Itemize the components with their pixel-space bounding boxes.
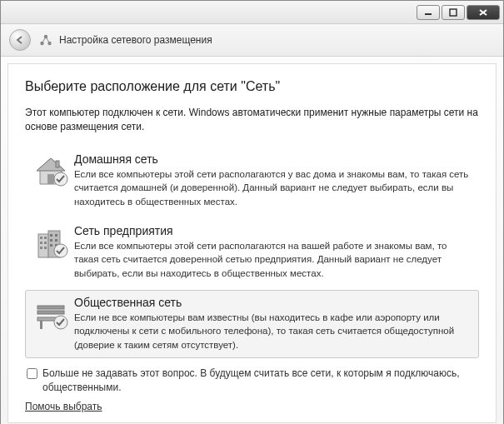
back-arrow-icon xyxy=(14,34,26,46)
option-public-title: Общественная сеть xyxy=(74,296,473,309)
option-work-body: Сеть предприятия Если все компьютеры это… xyxy=(71,224,473,281)
header-title: Настройка сетевого размещения xyxy=(59,34,212,46)
intro-text: Этот компьютер подключен к сети. Windows… xyxy=(25,106,479,135)
svg-rect-11 xyxy=(47,174,54,184)
network-icon xyxy=(39,33,52,47)
svg-rect-26 xyxy=(50,244,52,247)
content-area: Выберите расположение для сети "Сеть" Эт… xyxy=(7,63,497,423)
svg-rect-21 xyxy=(44,247,47,249)
option-public-desc: Если не все компьютеры вам известны (вы … xyxy=(74,311,473,352)
page-title: Выберите расположение для сети "Сеть" xyxy=(25,79,479,94)
svg-rect-23 xyxy=(55,234,57,237)
option-home-desc: Если все компьютеры этой сети располагаю… xyxy=(74,167,473,209)
building-icon xyxy=(31,224,71,281)
minimize-button[interactable] xyxy=(417,5,440,20)
svg-rect-19 xyxy=(44,242,47,244)
help-link[interactable]: Помочь выбрать xyxy=(25,401,102,412)
svg-line-7 xyxy=(42,37,47,43)
back-button[interactable] xyxy=(9,29,31,51)
dont-ask-checkbox-row[interactable]: Больше не задавать этот вопрос. В будуще… xyxy=(25,367,479,395)
svg-rect-22 xyxy=(50,234,52,237)
svg-rect-12 xyxy=(56,161,59,167)
header: Настройка сетевого размещения xyxy=(1,24,503,57)
titlebar xyxy=(1,1,503,24)
close-button[interactable] xyxy=(467,5,500,20)
svg-rect-29 xyxy=(37,311,64,314)
svg-rect-30 xyxy=(37,306,64,309)
option-work-title: Сеть предприятия xyxy=(74,224,473,237)
svg-line-8 xyxy=(46,37,50,43)
option-public-body: Общественная сеть Если не все компьютеры… xyxy=(71,296,473,352)
maximize-button[interactable] xyxy=(442,5,465,20)
svg-rect-32 xyxy=(40,321,42,329)
svg-rect-20 xyxy=(40,247,42,249)
svg-rect-16 xyxy=(40,237,42,239)
home-icon xyxy=(31,152,71,209)
option-home[interactable]: Домашняя сеть Если все компьютеры этой с… xyxy=(25,147,479,215)
svg-rect-25 xyxy=(55,239,57,242)
option-public[interactable]: Общественная сеть Если не все компьютеры… xyxy=(25,290,479,358)
svg-rect-18 xyxy=(40,242,42,244)
option-home-body: Домашняя сеть Если все компьютеры этой с… xyxy=(71,152,473,209)
svg-rect-17 xyxy=(44,237,47,239)
svg-rect-24 xyxy=(50,239,52,242)
maximize-icon xyxy=(449,8,457,17)
dialog-window: Настройка сетевого размещения Выберите р… xyxy=(0,0,504,424)
option-home-title: Домашняя сеть xyxy=(74,152,473,166)
minimize-icon xyxy=(424,8,432,17)
option-work-desc: Если все компьютеры этой сети располагаю… xyxy=(74,239,473,281)
dont-ask-checkbox[interactable] xyxy=(27,368,37,379)
svg-marker-10 xyxy=(37,158,65,171)
svg-rect-1 xyxy=(450,9,457,16)
close-icon xyxy=(478,8,488,17)
dont-ask-label: Больше не задавать этот вопрос. В будуще… xyxy=(42,367,479,395)
svg-rect-14 xyxy=(38,234,48,257)
bench-icon xyxy=(31,296,71,352)
option-work[interactable]: Сеть предприятия Если все компьютеры это… xyxy=(25,218,479,287)
